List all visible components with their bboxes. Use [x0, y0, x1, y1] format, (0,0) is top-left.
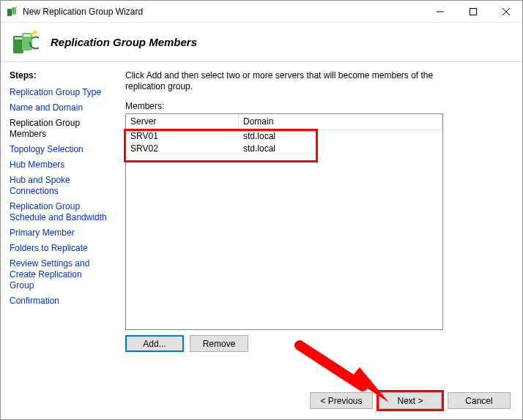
column-header-server[interactable]: Server [126, 114, 239, 130]
steps-heading: Steps: [10, 70, 108, 80]
members-list-header: Server Domain [126, 114, 442, 130]
wizard-body: Steps: Replication Group TypeName and Do… [1, 63, 522, 419]
svg-rect-4 [470, 8, 476, 15]
main-panel: Click Add and then select two or more se… [116, 63, 522, 419]
minimize-button[interactable] [423, 1, 456, 22]
titlebar: New Replication Group Wizard [1, 1, 522, 23]
members-list[interactable]: Server Domain SRV01std.localSRV02std.loc… [125, 113, 443, 330]
sidebar-step[interactable]: Topology Selection [10, 142, 108, 157]
table-row[interactable]: SRV02std.local [126, 143, 442, 155]
members-label: Members: [125, 101, 511, 111]
remove-button[interactable]: Remove [190, 335, 248, 352]
sidebar-step: Replication Group Members [10, 116, 108, 142]
sidebar-step[interactable]: Review Settings and Create Replication G… [10, 256, 108, 293]
sidebar-step[interactable]: Hub Members [10, 157, 108, 173]
svg-rect-8 [15, 37, 22, 40]
column-header-domain[interactable]: Domain [239, 114, 442, 130]
window-controls [423, 1, 522, 22]
steps-sidebar: Steps: Replication Group TypeName and Do… [1, 63, 116, 419]
wizard-icon [11, 29, 39, 56]
wizard-footer: < Previous Next > Cancel [310, 392, 511, 409]
sidebar-step[interactable]: Hub and Spoke Connections [10, 173, 108, 199]
svg-rect-0 [7, 9, 12, 16]
app-icon [7, 6, 18, 18]
window-title: New Replication Group Wizard [23, 7, 423, 17]
sidebar-step[interactable]: Primary Member [10, 225, 108, 241]
instructions-text: Click Add and then select two or more se… [125, 70, 440, 92]
page-title: Replication Group Members [51, 36, 197, 48]
wizard-header: Replication Group Members [1, 23, 522, 62]
sidebar-step[interactable]: Confirmation [10, 293, 108, 309]
sidebar-step[interactable]: Name and Domain [10, 100, 108, 116]
cell-server: SRV02 [126, 143, 239, 155]
cell-domain: std.local [239, 143, 442, 155]
cell-domain: std.local [239, 130, 442, 143]
table-row[interactable]: SRV01std.local [126, 130, 442, 143]
svg-rect-10 [23, 34, 31, 37]
close-button[interactable] [489, 1, 522, 22]
previous-button[interactable]: < Previous [310, 392, 373, 409]
sidebar-step[interactable]: Replication Group Type [10, 85, 108, 100]
next-button[interactable]: Next > [379, 392, 442, 409]
cancel-button[interactable]: Cancel [448, 392, 511, 409]
cell-server: SRV01 [126, 130, 239, 143]
maximize-button[interactable] [456, 1, 489, 22]
sidebar-step[interactable]: Replication Group Schedule and Bandwidth [10, 199, 108, 225]
add-button[interactable]: Add... [125, 335, 184, 352]
sidebar-step[interactable]: Folders to Replicate [10, 241, 108, 256]
